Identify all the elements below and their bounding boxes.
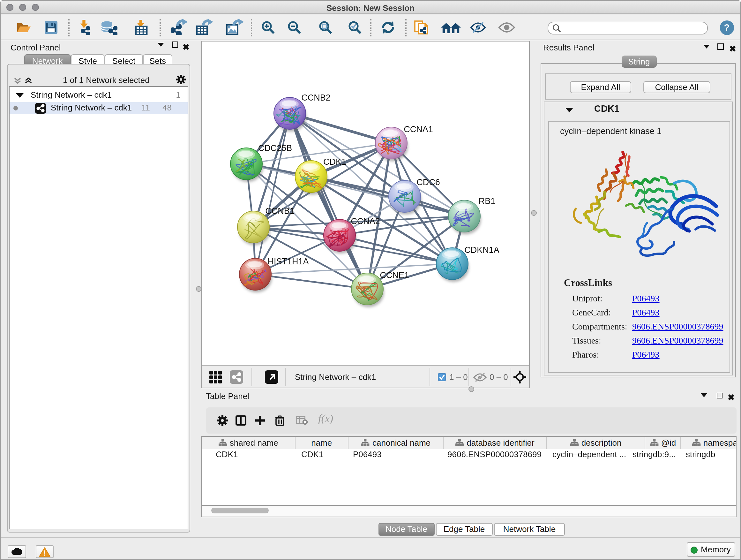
svg-text:CCNB1: CCNB1 (265, 206, 294, 215)
svg-text:CDC25B: CDC25B (258, 143, 292, 152)
svg-text:CDK1: CDK1 (323, 157, 346, 166)
svg-text:HIST1H1A: HIST1H1A (267, 256, 309, 266)
svg-text:CCNB2: CCNB2 (301, 92, 331, 102)
svg-text:CDKN1A: CDKN1A (464, 245, 499, 254)
svg-text:CCNE1: CCNE1 (380, 270, 409, 280)
svg-text:CCNA2: CCNA2 (351, 216, 380, 226)
svg-text:RB1: RB1 (479, 196, 495, 206)
svg-text:CDC6: CDC6 (416, 177, 440, 187)
svg-text:CCNA1: CCNA1 (404, 124, 433, 134)
